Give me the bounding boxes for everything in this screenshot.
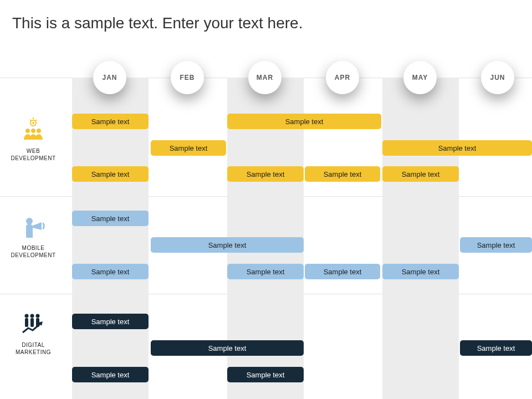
cat-label: DEVELOPMENT xyxy=(11,155,55,161)
gantt-bar[interactable]: Sample text xyxy=(72,264,149,279)
month-apr: APR xyxy=(326,61,359,94)
column-band xyxy=(382,78,459,399)
month-mar: MAR xyxy=(248,61,282,94)
gantt-bar[interactable]: Sample text xyxy=(72,114,149,129)
svg-point-6 xyxy=(25,314,29,318)
gantt-bar[interactable]: Sample text xyxy=(460,237,532,253)
svg-rect-10 xyxy=(30,318,34,327)
svg-point-4 xyxy=(37,129,41,133)
gantt-bar[interactable]: Sample text xyxy=(72,314,149,329)
megaphone-icon xyxy=(21,213,46,241)
gantt-bar[interactable]: Sample text xyxy=(305,166,380,182)
cat-label: MOBILE xyxy=(22,245,45,251)
page-title: This is a sample text. Enter your text h… xyxy=(0,0,532,32)
cat-label: WEB xyxy=(27,148,40,154)
gantt-bar[interactable]: Sample text xyxy=(227,264,304,279)
gantt-bar[interactable]: Sample text xyxy=(382,264,459,279)
cat-label: DEVELOPMENT xyxy=(11,252,55,258)
category-digital: DIGITALMARKETING xyxy=(0,310,66,356)
gantt-bar[interactable]: Sample text xyxy=(72,367,149,382)
svg-point-8 xyxy=(36,314,40,318)
gantt-bar[interactable]: Sample text xyxy=(151,140,226,156)
svg-point-1 xyxy=(32,122,34,124)
gantt-bar[interactable]: Sample text xyxy=(460,340,532,356)
gantt-bar[interactable]: Sample text xyxy=(151,237,304,253)
svg-point-3 xyxy=(31,129,35,133)
gantt-bar[interactable]: Sample text xyxy=(72,166,149,182)
svg-point-2 xyxy=(25,129,30,133)
month-jan: JAN xyxy=(93,61,126,94)
cat-label: MARKETING xyxy=(16,349,51,355)
gantt-bar[interactable]: Sample text xyxy=(305,264,380,279)
month-may: MAY xyxy=(403,61,437,94)
svg-point-7 xyxy=(30,314,34,318)
svg-rect-9 xyxy=(25,318,28,327)
category-web: WEBDEVELOPMENT xyxy=(0,116,66,162)
gantt-bar[interactable]: Sample text xyxy=(72,211,149,226)
gantt-bar[interactable]: Sample text xyxy=(382,140,532,156)
category-mobile: MOBILEDEVELOPMENT xyxy=(0,213,66,259)
month-feb: FEB xyxy=(171,61,204,94)
month-jun: JUN xyxy=(481,61,514,94)
cat-label: DIGITAL xyxy=(22,342,45,348)
growth-icon xyxy=(21,310,46,338)
gantt-bar[interactable]: Sample text xyxy=(227,367,304,382)
gantt-bar[interactable]: Sample text xyxy=(151,340,304,356)
gantt-bar[interactable]: Sample text xyxy=(227,166,304,182)
gantt-bar[interactable]: Sample text xyxy=(227,114,381,129)
gantt-bar[interactable]: Sample text xyxy=(382,166,459,182)
svg-point-5 xyxy=(26,218,33,224)
team-icon xyxy=(21,116,46,144)
